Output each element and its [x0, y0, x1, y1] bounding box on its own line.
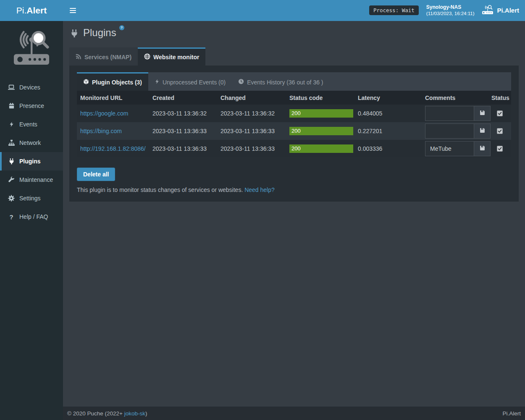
pialert-logo-graphic: [13, 28, 50, 69]
gear-icon: [7, 195, 16, 202]
host-name: Synology-NAS: [426, 4, 475, 10]
top-navbar: Process: Wait Synology-NAS (11/03/2023, …: [63, 0, 525, 21]
app-logo[interactable]: Pi.Alert: [0, 0, 63, 21]
bolt-icon: [7, 121, 16, 128]
sidebar-item-devices[interactable]: Devices: [0, 78, 63, 97]
sidebar-toggle-button[interactable]: [63, 0, 82, 21]
comment-input[interactable]: [425, 124, 474, 138]
save-comment-button[interactable]: [474, 106, 490, 121]
sidebar-item-label: Events: [19, 121, 37, 128]
status-code-badge: 200: [289, 127, 353, 135]
wrench-icon: [7, 176, 16, 183]
comment-input[interactable]: [425, 106, 474, 121]
status-code-badge: 200: [289, 144, 353, 153]
need-help-link[interactable]: Need help?: [244, 186, 275, 193]
tab-plugin-objects[interactable]: Plugin Objects (3): [77, 72, 148, 91]
host-info: Synology-NAS (11/03/2023, 16:24:11): [426, 4, 475, 17]
table-row: https://google.com 2023-03-11 13:36:32 2…: [77, 105, 511, 122]
sidebar-item-label: Maintenance: [19, 176, 53, 183]
plugin-description-text: This plugin is to monitor status changes…: [77, 186, 243, 193]
tab-label: Plugin Objects (3): [92, 79, 142, 86]
column-header-changed: Changed: [217, 91, 286, 105]
app-logo-prefix: Pi.: [16, 5, 27, 16]
tab-label: Unprocessed Events (0): [163, 79, 226, 86]
status-checkbox[interactable]: [497, 146, 503, 152]
sidebar-item-label: Help / FAQ: [19, 213, 48, 220]
column-header-comments: Comments: [422, 91, 488, 105]
tab-unprocessed-events[interactable]: Unprocessed Events (0): [148, 72, 232, 91]
tab-label: Events History (36 out of 36 ): [247, 79, 323, 86]
delete-all-button[interactable]: Delete all: [77, 168, 115, 181]
comment-input-group: [425, 141, 491, 156]
app-logo-suffix: Alert: [26, 5, 47, 16]
latency-cell: 0.484005: [354, 105, 422, 122]
laptop-icon: [7, 84, 16, 91]
sidebar-item-help-faq[interactable]: ? Help / FAQ: [0, 207, 63, 226]
sitemap-icon: [7, 139, 16, 146]
navbar-brand-label: Pi.Alert: [497, 7, 519, 14]
changed-cell: 2023-03-11 13:36:33: [217, 122, 286, 140]
save-icon: [479, 145, 486, 152]
footer-brand: Pi.Alert: [502, 410, 521, 417]
monitored-url-link[interactable]: http://192.168.1.82:8086/: [80, 145, 146, 152]
status-code-badge: 200: [289, 109, 353, 118]
plugin-description: This plugin is to monitor status changes…: [77, 186, 511, 193]
table-header-row: Monitored URL Created Changed Status cod…: [77, 91, 511, 105]
save-comment-button[interactable]: [474, 142, 490, 156]
bolt-icon: [155, 79, 160, 86]
page-footer: © 2020 Puche (2022+ jokob-sk) Pi.Alert: [63, 407, 525, 420]
footer-copyright-suffix: ): [145, 410, 147, 417]
website-monitor-panel: Plugin Objects (3) Unprocessed Events (0…: [69, 66, 519, 202]
help-badge[interactable]: ?: [119, 25, 124, 30]
created-cell: 2023-03-11 13:36:33: [149, 122, 217, 140]
footer-copyright: © 2020 Puche (2022+ jokob-sk): [67, 410, 147, 417]
cube-icon: [83, 79, 89, 86]
question-icon: ?: [7, 213, 16, 220]
status-checkbox[interactable]: [497, 128, 503, 134]
sidebar-item-plugins[interactable]: Plugins: [0, 152, 63, 171]
sidebar-item-presence[interactable]: Presence: [0, 97, 63, 115]
created-cell: 2023-03-11 13:36:33: [149, 140, 217, 158]
process-status-badge: Process: Wait: [369, 5, 419, 15]
changed-cell: 2023-03-11 13:36:32: [217, 105, 286, 122]
sidebar-item-label: Devices: [19, 84, 40, 91]
tab-website-monitor[interactable]: Website monitor: [138, 47, 205, 66]
sidebar-item-maintenance[interactable]: Maintenance: [0, 171, 63, 189]
sidebar-item-events[interactable]: Events: [0, 115, 63, 134]
footer-author-link[interactable]: jokob-sk: [124, 410, 145, 417]
comment-input-group: [425, 123, 491, 139]
router-scan-icon: [482, 5, 494, 16]
sidebar-item-label: Settings: [19, 195, 41, 202]
latency-cell: 0.003336: [354, 140, 422, 158]
footer-copyright-prefix: © 2020 Puche (2022+: [67, 410, 123, 417]
comment-input[interactable]: [425, 142, 474, 156]
save-icon: [479, 110, 486, 117]
column-header-status: Status: [488, 91, 511, 105]
plug-icon: [7, 158, 16, 165]
plug-icon: [70, 29, 79, 40]
calendar-icon: [7, 102, 16, 109]
monitored-url-link[interactable]: https://google.com: [80, 110, 128, 117]
sidebar-item-settings[interactable]: Settings: [0, 189, 63, 207]
sidebar-item-network[interactable]: Network: [0, 134, 63, 152]
navbar-brand[interactable]: Pi.Alert: [482, 5, 519, 16]
monitored-url-link[interactable]: https://bing.com: [80, 128, 122, 134]
sidebar-item-label: Plugins: [19, 158, 41, 165]
latency-cell: 0.227201: [354, 122, 422, 140]
column-header-created: Created: [149, 91, 217, 105]
column-header-monitored-url: Monitored URL: [77, 91, 149, 105]
sidebar: Devices Presence Events Network Plugins: [0, 21, 63, 420]
created-cell: 2023-03-11 13:36:32: [149, 105, 217, 122]
host-timestamp: (11/03/2023, 16:24:11): [426, 11, 475, 16]
page-title: Plugins ?: [70, 27, 519, 40]
tab-label: Services (NMAP): [84, 54, 131, 60]
tab-services-nmap[interactable]: Services (NMAP): [69, 47, 138, 66]
clock-icon: [238, 79, 244, 86]
status-checkbox[interactable]: [497, 110, 503, 116]
table-row: http://192.168.1.82:8086/ 2023-03-11 13:…: [77, 140, 511, 158]
plugin-tabs: Services (NMAP) Website monitor: [69, 47, 519, 66]
tab-events-history[interactable]: Events History (36 out of 36 ): [232, 72, 329, 91]
changed-cell: 2023-03-11 13:36:33: [217, 140, 286, 158]
save-comment-button[interactable]: [474, 124, 490, 138]
tab-label: Website monitor: [153, 54, 199, 60]
